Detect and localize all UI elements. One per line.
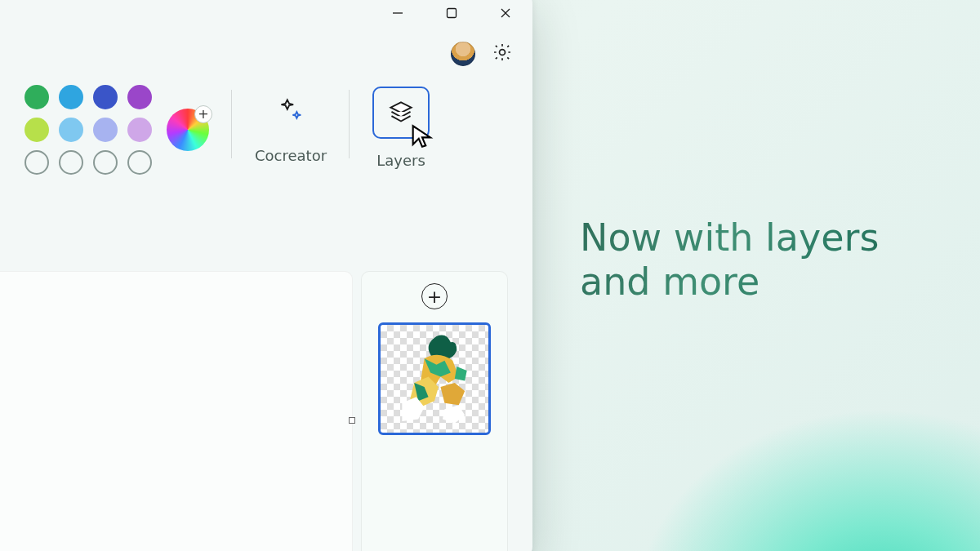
canvas[interactable] <box>0 271 353 551</box>
svg-rect-0 <box>448 9 457 18</box>
color-swatch-grid <box>24 85 152 175</box>
color-swatch-empty[interactable] <box>127 150 152 175</box>
titlebar <box>0 0 532 33</box>
layer-artwork <box>384 328 485 429</box>
layers-panel: + <box>361 271 508 551</box>
plus-icon: + <box>427 287 442 307</box>
layer-thumbnail[interactable] <box>378 322 491 435</box>
color-swatch-empty[interactable] <box>59 150 83 175</box>
settings-button[interactable] <box>492 42 513 66</box>
edit-colors-button[interactable]: + <box>167 109 209 151</box>
layers-button[interactable] <box>372 87 430 139</box>
maximize-button[interactable] <box>425 0 479 33</box>
color-swatch-ltblue[interactable] <box>59 118 83 142</box>
headline-line2: and more <box>580 260 760 304</box>
cocreator-button[interactable] <box>269 90 313 134</box>
add-layer-button[interactable]: + <box>421 283 448 309</box>
color-swatch-empty[interactable] <box>93 150 118 175</box>
ribbon: + Cocreator <box>2 75 524 194</box>
colors-group: + <box>2 85 232 175</box>
layers-label: Layers <box>376 152 425 169</box>
plus-icon: + <box>194 105 212 123</box>
color-swatch-lilac[interactable] <box>127 118 152 142</box>
minimize-button[interactable] <box>371 0 425 33</box>
headline-line1: Now with layers <box>580 216 879 260</box>
resize-handle[interactable] <box>349 417 355 424</box>
cocreator-label: Cocreator <box>255 147 327 164</box>
color-swatch-skyblue[interactable] <box>59 85 83 109</box>
app-window: + Cocreator <box>0 0 532 551</box>
color-swatch-green[interactable] <box>24 85 49 109</box>
color-swatch-empty[interactable] <box>24 150 49 175</box>
close-button[interactable] <box>479 0 532 33</box>
cocreator-group: Cocreator <box>232 85 350 175</box>
layers-group: Layers <box>350 85 452 175</box>
color-swatch-indigo[interactable] <box>93 85 118 109</box>
marketing-headline: Now with layers and more <box>580 216 931 304</box>
color-swatch-purple[interactable] <box>127 85 152 109</box>
user-avatar[interactable] <box>451 42 475 66</box>
subbar <box>0 33 532 75</box>
cursor-icon <box>408 122 436 150</box>
svg-point-1 <box>500 50 506 56</box>
color-swatch-periwinkle[interactable] <box>93 118 118 142</box>
color-swatch-lime[interactable] <box>24 118 49 142</box>
